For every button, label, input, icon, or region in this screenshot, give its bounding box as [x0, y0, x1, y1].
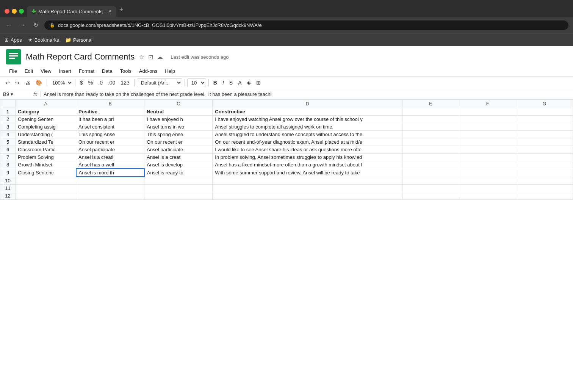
menu-insert[interactable]: Insert — [56, 67, 74, 75]
cell-11-a[interactable] — [16, 184, 76, 192]
menu-tools[interactable]: Tools — [117, 67, 134, 75]
cell-12-c[interactable] — [144, 192, 213, 199]
row-header-4[interactable]: 4 — [0, 131, 16, 138]
address-bar[interactable]: 🔒 docs.google.com/spreadsheets/d/1NG-cB_… — [44, 20, 568, 30]
cell-6-c[interactable]: Ansel participate — [144, 146, 213, 154]
cell-11-f[interactable] — [459, 184, 516, 192]
cell-4-a[interactable]: Understanding ( — [16, 131, 76, 138]
cell-12-a[interactable] — [16, 192, 76, 199]
cell-2-e[interactable] — [402, 116, 459, 123]
decimal-decrease-button[interactable]: .0 — [96, 78, 105, 87]
cell-10-b[interactable] — [76, 177, 144, 184]
cell-8-a[interactable]: Growth Mindset — [16, 161, 76, 169]
strikethrough-button[interactable]: S — [227, 78, 235, 87]
cell-7-c[interactable]: Ansel is a creati — [144, 154, 213, 161]
cell-4-e[interactable] — [402, 131, 459, 138]
cell-1-e[interactable] — [402, 108, 459, 116]
cell-1-f[interactable] — [459, 108, 516, 116]
bookmarks-personal[interactable]: 📁 Personal — [65, 37, 92, 43]
undo-button[interactable]: ↩ — [3, 78, 12, 87]
cell-4-c[interactable]: This spring Anse — [144, 131, 213, 138]
italic-button[interactable]: I — [220, 78, 226, 87]
cell-8-c[interactable]: Ansel is develop — [144, 161, 213, 169]
back-button[interactable]: ← — [5, 20, 14, 30]
cell-9-e[interactable] — [402, 169, 459, 177]
cell-5-g[interactable] — [516, 138, 573, 146]
cell-10-f[interactable] — [459, 177, 516, 184]
row-header-1[interactable]: 1 — [0, 108, 16, 116]
cell-5-e[interactable] — [402, 138, 459, 146]
menu-view[interactable]: View — [38, 67, 54, 75]
cell-10-d[interactable] — [213, 177, 402, 184]
menu-help[interactable]: Help — [162, 67, 178, 75]
cloud-icon[interactable]: ☁ — [157, 53, 163, 61]
cell-6-e[interactable] — [402, 146, 459, 154]
row-header-2[interactable]: 2 — [0, 116, 16, 123]
close-window-button[interactable] — [5, 9, 9, 14]
cell-2-g[interactable] — [516, 116, 573, 123]
cell-3-d[interactable]: Ansel struggles to complete all assigned… — [213, 123, 402, 131]
cell-1-a[interactable]: Category — [16, 108, 76, 116]
cell-3-a[interactable]: Completing assig — [16, 123, 76, 131]
cell-1-b[interactable]: Positive — [76, 108, 144, 116]
cell-7-g[interactable] — [516, 154, 573, 161]
cell-12-e[interactable] — [402, 192, 459, 199]
percent-button[interactable]: % — [86, 78, 95, 87]
new-tab-button[interactable]: + — [116, 6, 127, 17]
cell-9-f[interactable] — [459, 169, 516, 177]
bold-button[interactable]: B — [211, 78, 219, 87]
cell-10-g[interactable] — [516, 177, 573, 184]
cell-12-g[interactable] — [516, 192, 573, 199]
cell-8-e[interactable] — [402, 161, 459, 169]
cell-7-f[interactable] — [459, 154, 516, 161]
cell-6-a[interactable]: Classroom Partic — [16, 146, 76, 154]
minimize-window-button[interactable] — [12, 9, 17, 14]
bookmarks-apps[interactable]: ⊞ Apps — [5, 37, 22, 43]
print-button[interactable]: 🖨 — [23, 78, 33, 87]
row-header-10[interactable]: 10 — [0, 177, 16, 184]
grid-container[interactable]: A B C D E F G 1CategoryPositiveNeutralCo… — [0, 100, 573, 392]
decimal-increase-button[interactable]: .00 — [106, 78, 117, 87]
cell-11-c[interactable] — [144, 184, 213, 192]
move-icon[interactable]: ⊡ — [148, 53, 153, 61]
cell-10-c[interactable] — [144, 177, 213, 184]
col-header-g[interactable]: G — [516, 100, 573, 108]
row-header-11[interactable]: 11 — [0, 184, 16, 192]
cell-2-f[interactable] — [459, 116, 516, 123]
row-header-6[interactable]: 6 — [0, 146, 16, 154]
cell-9-a[interactable]: Closing Sentenc — [16, 169, 76, 177]
cell-1-c[interactable]: Neutral — [144, 108, 213, 116]
cell-8-d[interactable]: Ansel has a fixed mindset more often tha… — [213, 161, 402, 169]
zoom-select[interactable]: 100% — [49, 79, 73, 87]
reload-button[interactable]: ↻ — [32, 20, 40, 30]
cell-8-g[interactable] — [516, 161, 573, 169]
cell-5-c[interactable]: On our recent er — [144, 138, 213, 146]
cell-2-a[interactable]: Opening Senten — [16, 116, 76, 123]
cell-1-d[interactable]: Constructive — [213, 108, 402, 116]
font-size-select[interactable]: 10 — [187, 78, 206, 87]
cell-11-b[interactable] — [76, 184, 144, 192]
cell-11-d[interactable] — [213, 184, 402, 192]
cell-2-b[interactable]: It has been a pri — [76, 116, 144, 123]
menu-addons[interactable]: Add-ons — [136, 67, 160, 75]
menu-file[interactable]: File — [6, 67, 20, 75]
menu-format[interactable]: Format — [76, 67, 97, 75]
formula-input[interactable] — [41, 91, 573, 97]
document-title[interactable]: Math Report Card Comments — [26, 52, 135, 62]
cell-2-c[interactable]: I have enjoyed h — [144, 116, 213, 123]
cell-6-b[interactable]: Ansel participate — [76, 146, 144, 154]
cell-9-c[interactable]: Ansel is ready to — [144, 169, 213, 177]
row-header-9[interactable]: 9 — [0, 169, 16, 177]
cell-6-d[interactable]: I would like to see Ansel share his idea… — [213, 146, 402, 154]
row-header-5[interactable]: 5 — [0, 138, 16, 146]
menu-edit[interactable]: Edit — [22, 67, 36, 75]
row-header-8[interactable]: 8 — [0, 161, 16, 169]
row-header-3[interactable]: 3 — [0, 123, 16, 131]
cell-8-f[interactable] — [459, 161, 516, 169]
font-select[interactable]: Default (Ari... — [137, 78, 182, 87]
borders-button[interactable]: ⊞ — [254, 78, 263, 87]
row-header-7[interactable]: 7 — [0, 154, 16, 161]
col-header-e[interactable]: E — [402, 100, 459, 108]
cell-11-e[interactable] — [402, 184, 459, 192]
cell-1-g[interactable] — [516, 108, 573, 116]
